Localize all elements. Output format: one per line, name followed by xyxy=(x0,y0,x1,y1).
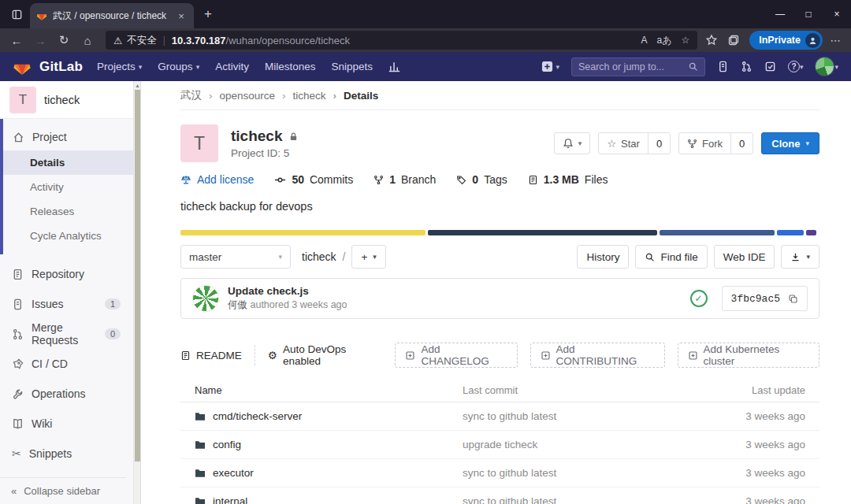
table-row[interactable]: internal sync to github latest 3 weeks a… xyxy=(180,487,819,504)
tree-path-root[interactable]: ticheck xyxy=(302,250,336,263)
row-commit-message[interactable]: sync to github latest xyxy=(463,410,687,422)
sidebar-item-operations[interactable]: Operations xyxy=(0,379,133,409)
window-maximize-button[interactable]: □ xyxy=(794,2,823,26)
history-button[interactable]: History xyxy=(577,245,629,269)
add-license-link[interactable]: Add license xyxy=(180,173,254,186)
refresh-button[interactable]: ↻ xyxy=(54,33,74,47)
window-minimize-button[interactable]: — xyxy=(766,2,794,26)
url-text: 10.3.70.187/wuhan/opensource/ticheck xyxy=(172,35,350,46)
new-tab-button[interactable]: + xyxy=(197,3,219,25)
readme-button[interactable]: README xyxy=(180,350,242,361)
copy-icon[interactable] xyxy=(788,294,798,304)
sidebar-item-repository[interactable]: Repository xyxy=(0,259,133,289)
add-contributing-button[interactable]: Add CONTRIBUTING xyxy=(530,343,665,368)
issues-nav-icon[interactable] xyxy=(717,61,729,72)
add-file-button[interactable]: + ▾ xyxy=(351,245,385,269)
favorites-icon[interactable] xyxy=(705,34,724,46)
download-button[interactable]: ▾ xyxy=(781,245,819,269)
search-input[interactable] xyxy=(578,61,683,72)
files-stat[interactable]: 1.3 MBFiles xyxy=(528,173,608,186)
table-row[interactable]: config upgrade ticheck 3 weeks ago xyxy=(180,431,819,459)
chart-icon[interactable] xyxy=(388,61,400,72)
sidebar-item-project[interactable]: Project xyxy=(3,124,133,150)
sidebar-item-activity[interactable]: Activity xyxy=(3,175,133,199)
nav-milestones[interactable]: Milestones xyxy=(265,61,316,72)
table-row[interactable]: executor sync to github latest 3 weeks a… xyxy=(180,459,819,487)
row-commit-message[interactable]: sync to github latest xyxy=(463,495,687,504)
gitlab-brand[interactable]: GitLab xyxy=(13,57,83,76)
commit-sha[interactable]: 3fbc9ac5 xyxy=(731,293,780,305)
browser-tab[interactable]: 武汉 / opensource / ticheck · Gi × xyxy=(30,3,194,28)
star-count[interactable]: 0 xyxy=(648,133,670,154)
row-commit-message[interactable]: sync to github latest xyxy=(463,467,687,479)
sidebar-item-releases[interactable]: Releases xyxy=(3,199,133,224)
sidebar-item-cycle-analytics[interactable]: Cycle Analytics xyxy=(3,224,133,248)
breadcrumb-project[interactable]: ticheck xyxy=(275,90,326,102)
todos-nav-icon[interactable] xyxy=(764,61,776,72)
security-indicator[interactable]: ⚠ 不安全 xyxy=(113,34,157,47)
scrollbar-up-icon[interactable]: ▲ xyxy=(135,83,140,88)
row-commit-message[interactable]: upgrade ticheck xyxy=(463,439,687,450)
sidebar-item-ci-cd[interactable]: CI / CD xyxy=(0,349,133,379)
sidebar-item-snippets[interactable]: ✂ Snippets xyxy=(0,439,133,469)
sidebar-item-wiki[interactable]: Wiki xyxy=(0,409,133,439)
web-ide-button[interactable]: Web IDE xyxy=(714,245,775,269)
address-bar[interactable]: ⚠ 不安全 | 10.3.70.187/wuhan/opensource/tic… xyxy=(106,31,697,50)
nav-groups[interactable]: Groups▾ xyxy=(158,61,199,72)
gitlab-logo-icon xyxy=(13,57,32,76)
translate-icon[interactable]: aあ xyxy=(656,34,671,47)
merge-requests-nav-icon[interactable] xyxy=(741,61,753,72)
fork-button[interactable]: Fork xyxy=(679,133,730,154)
forward-button[interactable]: → xyxy=(30,34,50,47)
fork-count[interactable]: 0 xyxy=(730,133,753,154)
nav-snippets[interactable]: Snippets xyxy=(331,61,373,72)
repository-icon xyxy=(12,269,24,280)
add-changelog-button[interactable]: Add CHANGELOG xyxy=(395,343,517,368)
browser-menu-icon[interactable]: ⋯ xyxy=(826,35,845,46)
browser-toolbar: ← → ↻ ⌂ ⚠ 不安全 | 10.3.70.187/wuhan/openso… xyxy=(0,28,851,52)
search-box[interactable] xyxy=(571,57,705,76)
add-favorite-icon[interactable]: ☆ xyxy=(681,35,689,46)
branches-stat[interactable]: 1Branch xyxy=(373,173,436,186)
auto-devops-button[interactable]: ⚙ Auto DevOps enabled xyxy=(268,343,383,367)
commit-author[interactable]: 何傲 xyxy=(228,299,247,310)
tab-actions-button[interactable] xyxy=(5,2,28,26)
tags-stat[interactable]: 0Tags xyxy=(456,173,507,186)
commits-stat[interactable]: 50Commits xyxy=(274,173,353,186)
find-file-button[interactable]: Find file xyxy=(635,245,707,269)
user-menu-button[interactable]: ▾ xyxy=(815,57,838,76)
nav-activity[interactable]: Activity xyxy=(215,61,249,72)
star-button[interactable]: ☆ Star xyxy=(599,133,648,154)
window-close-button[interactable]: × xyxy=(823,2,851,26)
new-menu-button[interactable]: ▾ xyxy=(541,61,559,72)
branch-selector[interactable]: master ▾ xyxy=(180,245,291,269)
star-icon: ☆ xyxy=(607,138,616,150)
commit-title[interactable]: Update check.js xyxy=(228,285,347,297)
chevron-down-icon: ▾ xyxy=(373,253,377,261)
breadcrumb-group[interactable]: 武汉 xyxy=(180,88,202,102)
breadcrumb-subgroup[interactable]: opensource xyxy=(202,90,275,102)
collections-icon[interactable] xyxy=(727,34,746,46)
pipeline-status-icon[interactable]: ✓ xyxy=(690,290,708,307)
notifications-button[interactable]: ▾ xyxy=(554,132,591,154)
sidebar-scrollbar-thumb[interactable] xyxy=(135,90,140,461)
project-avatar-large: T xyxy=(180,124,218,162)
collapse-sidebar-button[interactable]: « Collapse sidebar xyxy=(0,477,126,504)
help-menu-button[interactable]: ?▾ xyxy=(788,61,804,72)
nav-projects[interactable]: Projects▾ xyxy=(97,61,142,72)
sidebar-scrollbar[interactable]: ▲ xyxy=(133,81,140,504)
sidebar-item-issues[interactable]: Issues 1 xyxy=(0,289,133,319)
sidebar-project-header[interactable]: T ticheck xyxy=(0,81,133,119)
inprivate-badge[interactable]: InPrivate xyxy=(749,31,823,50)
sidebar-item-details[interactable]: Details xyxy=(3,150,133,175)
read-aloud-icon[interactable]: A xyxy=(641,35,647,46)
add-kubernetes-cluster-button[interactable]: Add Kubernetes cluster xyxy=(678,343,819,368)
tab-close-icon[interactable]: × xyxy=(175,10,188,22)
table-row[interactable]: cmd/ticheck-server sync to github latest… xyxy=(180,402,819,431)
home-button[interactable]: ⌂ xyxy=(77,34,98,47)
wiki-icon xyxy=(12,418,24,430)
page-body: T ticheck Project Details Activity Relea… xyxy=(0,81,851,504)
back-button[interactable]: ← xyxy=(6,34,27,47)
clone-button[interactable]: Clone ▾ xyxy=(761,132,819,154)
sidebar-item-merge-requests[interactable]: Merge Requests 0 xyxy=(0,319,133,349)
